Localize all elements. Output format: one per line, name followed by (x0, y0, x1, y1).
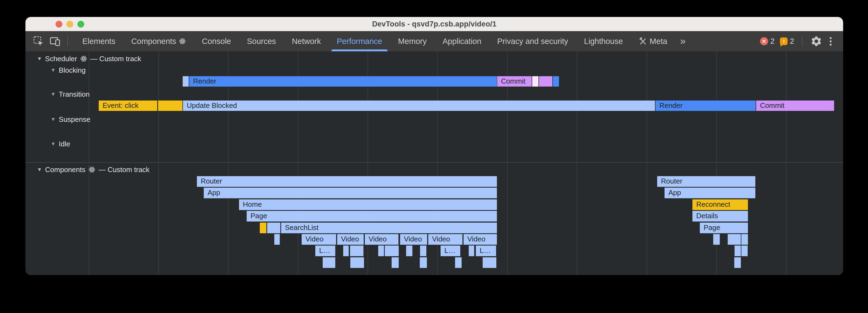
disclosure-triangle-icon[interactable]: ▼ (51, 91, 56, 97)
perf-bar-video[interactable]: Video (302, 234, 336, 245)
warning-badge[interactable]: ! 2 (780, 37, 794, 46)
perf-bar-video[interactable]: Video (428, 234, 462, 245)
tab-elements[interactable]: Elements (74, 31, 123, 51)
disclosure-triangle-icon[interactable]: ▼ (51, 141, 56, 147)
perf-bar-video[interactable]: Video (365, 234, 398, 245)
perf-bar-render[interactable]: Render (655, 101, 755, 111)
perf-bar-router[interactable]: Router (657, 176, 755, 187)
tab-application[interactable]: Application (435, 31, 489, 51)
tab-network[interactable]: Network (284, 31, 329, 51)
perf-bar-render[interactable]: Render (189, 76, 497, 86)
maximize-window-button[interactable] (78, 21, 84, 28)
perf-bar[interactable] (469, 246, 474, 256)
subtrack-suspense[interactable]: ▼Suspense (51, 114, 90, 125)
perf-bar[interactable] (350, 246, 364, 256)
performance-timeline[interactable]: ▼Scheduler— Custom track▼Blocking▼Transi… (25, 51, 843, 275)
tab-memory[interactable]: Memory (390, 31, 435, 51)
perf-bar[interactable] (267, 222, 280, 233)
perf-bar-app[interactable]: App (664, 188, 755, 198)
track-suffix: — Custom track (98, 166, 149, 174)
perf-bar[interactable] (406, 246, 412, 256)
perf-bar-l-[interactable]: L… (440, 246, 460, 256)
perf-bar[interactable] (455, 257, 462, 268)
perf-bar[interactable] (385, 246, 399, 256)
perf-bar-l-[interactable]: L… (476, 246, 496, 256)
error-icon: × (760, 37, 768, 45)
subtrack-blocking[interactable]: ▼Blocking (51, 65, 86, 76)
tab-sources[interactable]: Sources (239, 31, 284, 51)
perf-bar[interactable] (183, 76, 189, 86)
perf-bar-searchlist[interactable]: SearchList (281, 222, 497, 233)
perf-bar-commit[interactable]: Commit (756, 101, 834, 111)
gridline (786, 51, 786, 275)
toolbar-left-icons (32, 31, 74, 51)
tab-meta[interactable]: Meta (631, 31, 675, 51)
tab-console[interactable]: Console (194, 31, 239, 51)
devtools-toolbar: ElementsComponentsConsoleSourcesNetworkP… (25, 31, 843, 51)
perf-bar[interactable] (539, 76, 552, 86)
perf-bar-home[interactable]: Home (239, 199, 497, 210)
perf-bar[interactable] (532, 76, 538, 86)
perf-bar[interactable] (553, 76, 559, 86)
perf-bar[interactable] (728, 234, 741, 245)
perf-bar[interactable] (158, 101, 182, 111)
titlebar[interactable]: DevTools - qsvd7p.csb.app/video/1 (25, 17, 843, 31)
subtrack-idle[interactable]: ▼Idle (51, 138, 70, 149)
perf-bar-event-click[interactable]: Event: click (99, 101, 157, 111)
perf-bar[interactable] (260, 222, 266, 233)
window-title: DevTools - qsvd7p.csb.app/video/1 (372, 20, 497, 28)
perf-bar-l-[interactable]: L… (315, 246, 335, 256)
panel-tabs: ElementsComponentsConsoleSourcesNetworkP… (74, 31, 675, 51)
tab-performance[interactable]: Performance (329, 31, 390, 51)
disclosure-triangle-icon[interactable]: ▼ (37, 56, 42, 62)
perf-bar-page[interactable]: Page (247, 211, 497, 221)
perf-bar-video[interactable]: Video (464, 234, 497, 245)
toolbar-right-controls: × 2 ! 2 (760, 31, 833, 51)
subtrack-transition[interactable]: ▼Transition (51, 89, 90, 100)
perf-bar-update-blocked[interactable]: Update Blocked (183, 101, 655, 111)
perf-bar-app[interactable]: App (204, 188, 497, 198)
more-options-menu-icon[interactable] (828, 37, 833, 46)
perf-bar[interactable] (735, 246, 741, 256)
perf-bar[interactable] (378, 246, 384, 256)
perf-bar-page[interactable]: Page (700, 222, 748, 233)
perf-bar-video[interactable]: Video (400, 234, 427, 245)
perf-bar[interactable] (483, 257, 496, 268)
close-window-button[interactable] (56, 21, 62, 28)
perf-bar[interactable] (741, 234, 748, 245)
perf-bar[interactable] (343, 246, 349, 256)
perf-bar[interactable] (420, 246, 426, 256)
perf-bar[interactable] (420, 257, 427, 268)
settings-gear-icon[interactable] (810, 35, 823, 47)
minimize-window-button[interactable] (66, 21, 73, 28)
perf-bar[interactable] (323, 257, 335, 268)
traffic-lights (56, 17, 84, 31)
perf-bar-reconnect[interactable]: Reconnect (692, 199, 748, 210)
tools-icon (639, 37, 647, 45)
inspect-element-icon[interactable] (32, 35, 45, 47)
tab-lighthouse[interactable]: Lighthouse (576, 31, 631, 51)
perf-bar[interactable] (713, 234, 720, 245)
more-tabs-button[interactable]: » (675, 31, 690, 51)
perf-bar-video[interactable]: Video (337, 234, 364, 245)
react-atom-icon (88, 166, 95, 173)
track-header-scheduler[interactable]: ▼Scheduler— Custom track (37, 53, 141, 64)
disclosure-triangle-icon[interactable]: ▼ (37, 167, 42, 173)
error-badge[interactable]: × 2 (760, 37, 775, 46)
perf-bar[interactable] (734, 257, 741, 268)
perf-bar-commit[interactable]: Commit (497, 76, 532, 86)
tab-components[interactable]: Components (123, 31, 194, 51)
disclosure-triangle-icon[interactable]: ▼ (51, 116, 56, 123)
perf-bar[interactable] (741, 246, 748, 256)
perf-bar-details[interactable]: Details (692, 211, 748, 221)
warning-count: 2 (790, 37, 794, 46)
perf-bar[interactable] (350, 257, 364, 268)
perf-bar[interactable] (274, 234, 280, 245)
disclosure-triangle-icon[interactable]: ▼ (51, 67, 56, 73)
perf-bar-router[interactable]: Router (197, 176, 497, 187)
track-header-components[interactable]: ▼Components— Custom track (37, 164, 150, 175)
react-atom-icon (80, 55, 87, 62)
device-toolbar-icon[interactable] (49, 35, 61, 47)
tab-privacy-and-security[interactable]: Privacy and security (489, 31, 576, 51)
perf-bar[interactable] (392, 257, 399, 268)
